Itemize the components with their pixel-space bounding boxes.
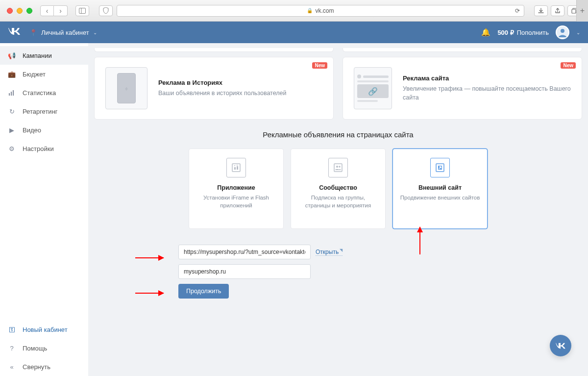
card-title: Реклама в Историях — [158, 79, 286, 86]
address-bar[interactable]: 🔒 vk.com ⟳ — [117, 5, 524, 17]
retarget-icon: ↻ — [8, 108, 16, 115]
notifications-button[interactable]: 🔔 — [481, 28, 490, 37]
card-thumbnail: 🔗 — [354, 67, 392, 109]
key-icon: ⚿ — [8, 326, 16, 333]
sidebar-item-label: Настройки — [23, 145, 54, 152]
card-subtitle: Увеличение трафика — повышайте посещаемо… — [403, 85, 571, 102]
maximize-window-button[interactable] — [26, 8, 32, 14]
balance-amount: 500 ₽ — [497, 29, 514, 36]
option-subtitle: Подписка на группы, страницы и мероприят… — [298, 194, 378, 209]
svg-point-12 — [237, 165, 238, 166]
url-form: Открыть ◥ Продолжить — [178, 245, 374, 299]
vk-logo-icon — [555, 343, 566, 349]
user-avatar[interactable] — [556, 25, 569, 39]
vk-logo[interactable] — [8, 27, 21, 38]
section-title: Рекламные объявления на страницах сайта — [94, 130, 582, 139]
svg-rect-7 — [13, 90, 14, 96]
new-badge: New — [561, 62, 576, 69]
ad-format-card-site[interactable]: New 🔗 Реклама сайта Увеличение трафика —… — [343, 57, 582, 120]
domain-input[interactable] — [178, 264, 311, 279]
address-text: vk.com — [315, 7, 334, 14]
card-title: Реклама сайта — [403, 75, 571, 82]
share-button[interactable] — [551, 5, 564, 16]
continue-button[interactable]: Продолжить — [178, 284, 229, 299]
download-icon — [538, 8, 544, 14]
topup-label: Пополнить — [517, 29, 549, 36]
sidebar-item-campaigns[interactable]: 📢 Кампании — [0, 46, 88, 65]
new-tab-button[interactable]: + — [576, 0, 588, 22]
sidebar-item-label: Свернуть — [23, 363, 50, 371]
new-badge: New — [312, 62, 327, 69]
sidebar-item-collapse[interactable]: « Свернуть — [0, 357, 88, 376]
app-icon — [226, 158, 246, 177]
svg-rect-2 — [572, 9, 576, 13]
svg-point-15 — [339, 166, 340, 167]
sidebar-item-budget[interactable]: 💼 Бюджет — [0, 65, 88, 83]
collapse-icon: « — [8, 363, 16, 371]
sidebar-toggle-button[interactable] — [75, 5, 89, 16]
browser-chrome: ‹ › 🔒 vk.com ⟳ — [0, 0, 588, 22]
window-controls — [7, 8, 32, 14]
sidebar-item-video[interactable]: ▶ Видео — [0, 121, 88, 139]
svg-rect-10 — [237, 166, 238, 170]
option-subtitle: Установки iFrame и Flash приложений — [196, 194, 276, 209]
avatar-icon — [557, 26, 568, 38]
option-title: Сообщество — [319, 184, 357, 191]
main-content: New ♦ Реклама в Историях Ваши объявления… — [88, 43, 588, 376]
forward-button[interactable]: › — [54, 5, 68, 16]
account-switcher[interactable]: 📍 Личный кабинет ⌄ — [29, 29, 97, 36]
svg-rect-0 — [79, 8, 86, 13]
reload-button[interactable]: ⟳ — [515, 7, 520, 14]
sidebar-item-retargeting[interactable]: ↻ Ретаргетинг — [0, 102, 88, 121]
sidebar-item-statistics[interactable]: Статистика — [0, 83, 88, 102]
card-cutoff — [94, 48, 334, 52]
sidebar-item-new-account[interactable]: ⚿ Новый кабинет — [0, 320, 88, 339]
privacy-shield-button[interactable] — [99, 5, 113, 16]
wallet-icon: 💼 — [8, 71, 16, 78]
vk-logo-icon — [8, 27, 21, 35]
open-link[interactable]: Открыть ◥ — [316, 248, 343, 256]
sidebar-item-label: Кампании — [23, 52, 52, 59]
vk-help-fab[interactable] — [550, 335, 571, 356]
card-cutoff — [343, 48, 582, 52]
sidebar: 📢 Кампании 💼 Бюджет Статистика ↻ Ретарге… — [0, 43, 88, 376]
sidebar-item-label: Бюджет — [23, 71, 46, 78]
external-link-icon: ◥ — [339, 248, 343, 252]
megaphone-icon: 📢 — [8, 52, 16, 59]
chevron-down-icon: ⌄ — [576, 30, 580, 35]
panel-icon — [79, 8, 86, 14]
page-preview-icon: 🔗 — [357, 75, 389, 102]
external-site-icon — [430, 158, 450, 177]
card-thumbnail: ♦ — [105, 67, 147, 109]
downloads-button[interactable] — [534, 5, 548, 16]
svg-rect-9 — [234, 167, 236, 170]
sidebar-item-label: Статистика — [23, 89, 56, 97]
sidebar-item-label: Помощь — [23, 345, 47, 352]
sidebar-item-help[interactable]: ? Помощь — [0, 339, 88, 357]
svg-rect-6 — [11, 92, 12, 96]
url-input[interactable] — [178, 245, 311, 259]
balance-topup-button[interactable]: 500 ₽ Пополнить — [497, 29, 549, 36]
video-icon: ▶ — [8, 126, 16, 134]
minimize-window-button[interactable] — [17, 8, 23, 14]
svg-rect-5 — [9, 93, 10, 96]
close-window-button[interactable] — [7, 8, 13, 14]
option-card-external-site[interactable]: Внешний сайт Продвижение внешних сайтов — [392, 149, 488, 229]
back-button[interactable]: ‹ — [40, 5, 54, 16]
svg-point-4 — [561, 29, 564, 33]
option-card-application[interactable]: Приложение Установки iFrame и Flash прил… — [189, 149, 284, 229]
lock-icon: 🔒 — [307, 8, 313, 13]
shield-icon — [103, 7, 109, 14]
svg-rect-8 — [232, 164, 240, 172]
chart-icon — [8, 89, 16, 96]
option-subtitle: Продвижение внешних сайтов — [400, 194, 480, 202]
card-subtitle: Ваши объявления в историях пользователей — [158, 89, 286, 98]
sidebar-item-settings[interactable]: ⚙ Настройки — [0, 139, 88, 158]
option-title: Приложение — [217, 184, 255, 191]
help-icon: ? — [8, 345, 16, 352]
nav-label: Личный кабинет — [41, 29, 89, 36]
ad-format-card-stories[interactable]: New ♦ Реклама в Историях Ваши объявления… — [94, 57, 334, 120]
option-title: Внешний сайт — [418, 184, 462, 191]
pin-icon: 📍 — [29, 29, 37, 36]
option-card-community[interactable]: Сообщество Подписка на группы, страницы … — [291, 149, 386, 229]
